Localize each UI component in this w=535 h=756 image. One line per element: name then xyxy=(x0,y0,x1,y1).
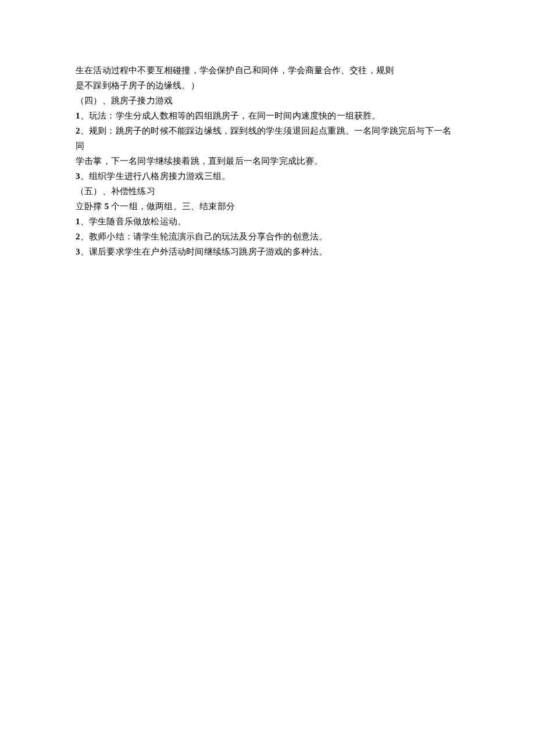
text-line: 1、玩法：学生分成人数相等的四组跳房子，在同一时间内速度快的一组获胜。 xyxy=(76,108,459,123)
text-segment: 、玩法：学生分成人数相等的四组跳房子，在同一时间内速度快的一组获胜。 xyxy=(80,111,381,120)
list-marker: 3 xyxy=(76,171,80,181)
text-segment: 个一组，做两组。三、结束部分 xyxy=(109,202,235,211)
text-segment: 、学生随音乐做放松运动。 xyxy=(80,217,186,226)
text-segment: 是不踩到格子房子的边缘线。） xyxy=(76,81,199,90)
list-marker: 1 xyxy=(76,111,80,120)
text-segment: 、组织学生进行八格房接力游戏三组。 xyxy=(80,171,230,181)
text-segment: 、教师小结：请学生轮流演示自己的玩法及分享合作的创意法。 xyxy=(80,232,328,241)
text-line: （四）、跳房子接力游戏 xyxy=(76,93,459,108)
list-marker: 2 xyxy=(76,232,80,241)
text-segment: 、规则：跳房子的时候不能踩边缘线，踩到线的学生须退回起点重跳。一名同学跳完后与下… xyxy=(76,126,451,151)
text-line: 是不踩到格子房子的边缘线。） xyxy=(76,78,459,93)
text-segment: （五）、补偿性练习 xyxy=(76,187,155,196)
text-segment: （四）、跳房子接力游戏 xyxy=(76,96,173,105)
text-line: 1、学生随音乐做放松运动。 xyxy=(76,214,459,229)
text-segment: 立卧撑 xyxy=(76,202,105,211)
text-line: （五）、补偿性练习 xyxy=(76,184,459,199)
list-marker: 2 xyxy=(76,126,80,135)
text-segment: 生在活动过程中不要互相碰撞，学会保护自己和同伴，学会商量合作、交往，规则 xyxy=(76,66,394,75)
text-segment: 学击掌，下一名同学继续接着跳，直到最后一名同学完成比赛。 xyxy=(76,156,323,166)
list-marker: 1 xyxy=(76,217,80,226)
document-page: 生在活动过程中不要互相碰撞，学会保护自己和同伴，学会商量合作、交往，规则是不踩到… xyxy=(0,0,535,756)
text-line: 3、课后要求学生在户外活动时间继续练习跳房子游戏的多种法。 xyxy=(76,244,459,259)
text-line: 学击掌，下一名同学继续接着跳，直到最后一名同学完成比赛。 xyxy=(76,153,459,169)
text-line: 2、规则：跳房子的时候不能踩边缘线，踩到线的学生须退回起点重跳。一名同学跳完后与… xyxy=(76,123,459,153)
text-line: 2、教师小结：请学生轮流演示自己的玩法及分享合作的创意法。 xyxy=(76,229,459,244)
text-line: 立卧撑 5 个一组，做两组。三、结束部分 xyxy=(76,199,459,214)
text-line: 生在活动过程中不要互相碰撞，学会保护自己和同伴，学会商量合作、交往，规则 xyxy=(76,63,459,78)
text-segment: 、课后要求学生在户外活动时间继续练习跳房子游戏的多种法。 xyxy=(80,247,328,256)
list-marker: 3 xyxy=(76,247,80,256)
text-line: 3、组织学生进行八格房接力游戏三组。 xyxy=(76,169,459,184)
